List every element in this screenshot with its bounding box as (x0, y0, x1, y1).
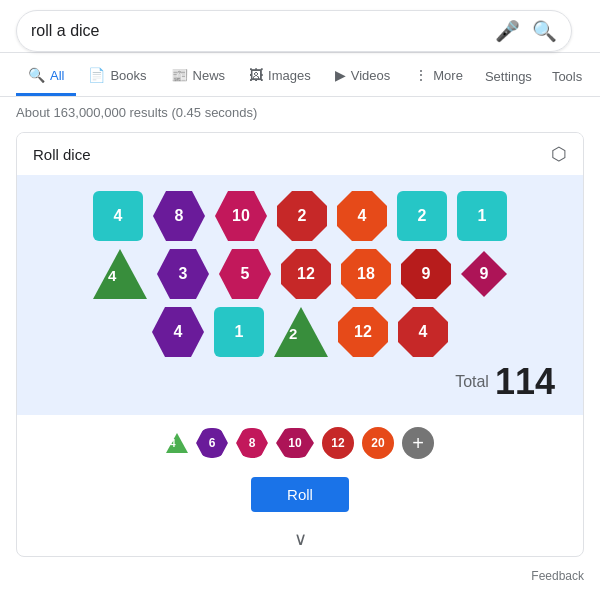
total-value: 114 (495, 361, 555, 403)
search-bar-container: 🎤 🔍 (0, 0, 600, 53)
die-d6-teal-4[interactable]: 4 (93, 191, 143, 241)
chip-d12[interactable]: 12 (322, 427, 354, 459)
die-d12-red-2[interactable]: 2 (277, 191, 327, 241)
die-d20-orange-18[interactable]: 18 (341, 249, 391, 299)
feedback-row: Feedback (0, 565, 600, 587)
die-d4-green-4[interactable]: 4 (93, 249, 147, 299)
feedback-link[interactable]: Feedback (531, 569, 584, 583)
dice-board: 4 8 10 2 4 2 1 4 3 5 12 18 9 9 (17, 175, 583, 415)
settings-link[interactable]: Settings (475, 59, 542, 94)
all-icon: 🔍 (28, 67, 45, 83)
nav-right: Settings Tools (475, 59, 592, 94)
images-icon: 🖼 (249, 67, 263, 83)
tab-all-label: All (50, 68, 64, 83)
total-row: Total 114 (37, 361, 563, 403)
videos-icon: ▶ (335, 67, 346, 83)
add-die-button[interactable]: + (402, 427, 434, 459)
die-d8-purple-3[interactable]: 3 (157, 249, 209, 299)
books-icon: 📄 (88, 67, 105, 83)
dice-title: Roll dice (33, 146, 91, 163)
die-d10-pink-5[interactable]: 5 (219, 249, 271, 299)
roll-btn-row: Roll (17, 471, 583, 524)
chip-d10[interactable]: 10 (276, 428, 314, 458)
chip-d4-shape: 4 (166, 433, 188, 453)
search-bar: 🎤 🔍 (16, 10, 572, 52)
search-input[interactable] (31, 22, 495, 40)
die-d6-teal-2[interactable]: 2 (397, 191, 447, 241)
dice-row-1: 4 8 10 2 4 2 1 (37, 191, 563, 241)
die-d20-orange-4[interactable]: 4 (337, 191, 387, 241)
chip-d20[interactable]: 20 (362, 427, 394, 459)
dice-header: Roll dice ⬡ (17, 133, 583, 175)
tab-news[interactable]: 📰 News (159, 57, 238, 96)
results-info: About 163,000,000 results (0.45 seconds) (0, 97, 600, 128)
die-diamond-pink-9[interactable]: 9 (461, 251, 507, 297)
search-icons: 🎤 🔍 (495, 19, 557, 43)
tab-videos-label: Videos (351, 68, 391, 83)
die-d10-pink-10[interactable]: 10 (215, 191, 267, 241)
more-icon: ⋮ (414, 67, 428, 83)
tab-images-label: Images (268, 68, 311, 83)
expand-arrow-icon[interactable]: ∨ (294, 528, 307, 550)
mic-icon[interactable]: 🎤 (495, 19, 520, 43)
tab-all[interactable]: 🔍 All (16, 57, 76, 96)
tab-more[interactable]: ⋮ More (402, 57, 475, 96)
nav-tabs: 🔍 All 📄 Books 📰 News 🖼 Images ▶ Videos ⋮… (0, 57, 600, 97)
tab-news-label: News (193, 68, 226, 83)
chip-d4[interactable]: 4 (166, 433, 188, 453)
total-label: Total (455, 373, 489, 391)
die-d12-darkred-9[interactable]: 9 (401, 249, 451, 299)
dice-row-2: 4 3 5 12 18 9 9 (37, 249, 563, 299)
die-d8-purple-8[interactable]: 8 (153, 191, 205, 241)
die-d12-red-4[interactable]: 4 (398, 307, 448, 357)
die-d8-purple-4[interactable]: 4 (152, 307, 204, 357)
tab-books[interactable]: 📄 Books (76, 57, 158, 96)
dice-rows: 4 8 10 2 4 2 1 4 3 5 12 18 9 9 (37, 191, 563, 357)
roll-button[interactable]: Roll (251, 477, 349, 512)
tab-more-label: More (433, 68, 463, 83)
dice-selector: 4 6 8 10 12 20 + (17, 415, 583, 471)
dice-row-3: 4 1 2 12 4 (37, 307, 563, 357)
tools-link[interactable]: Tools (542, 59, 592, 94)
tab-videos[interactable]: ▶ Videos (323, 57, 403, 96)
tab-images[interactable]: 🖼 Images (237, 57, 323, 96)
die-d12-red-12[interactable]: 12 (281, 249, 331, 299)
chip-d6[interactable]: 6 (196, 428, 228, 458)
die-d4-green-2[interactable]: 2 (274, 307, 328, 357)
news-icon: 📰 (171, 67, 188, 83)
expand-row: ∨ (17, 524, 583, 556)
die-d6-teal-1[interactable]: 1 (457, 191, 507, 241)
tab-books-label: Books (110, 68, 146, 83)
dice-widget: Roll dice ⬡ 4 8 10 2 4 2 1 4 3 5 12 (16, 132, 584, 557)
share-icon[interactable]: ⬡ (551, 143, 567, 165)
die-d6-teal-1b[interactable]: 1 (214, 307, 264, 357)
search-icon[interactable]: 🔍 (532, 19, 557, 43)
die-d20-orange-12[interactable]: 12 (338, 307, 388, 357)
chip-d8[interactable]: 8 (236, 428, 268, 458)
